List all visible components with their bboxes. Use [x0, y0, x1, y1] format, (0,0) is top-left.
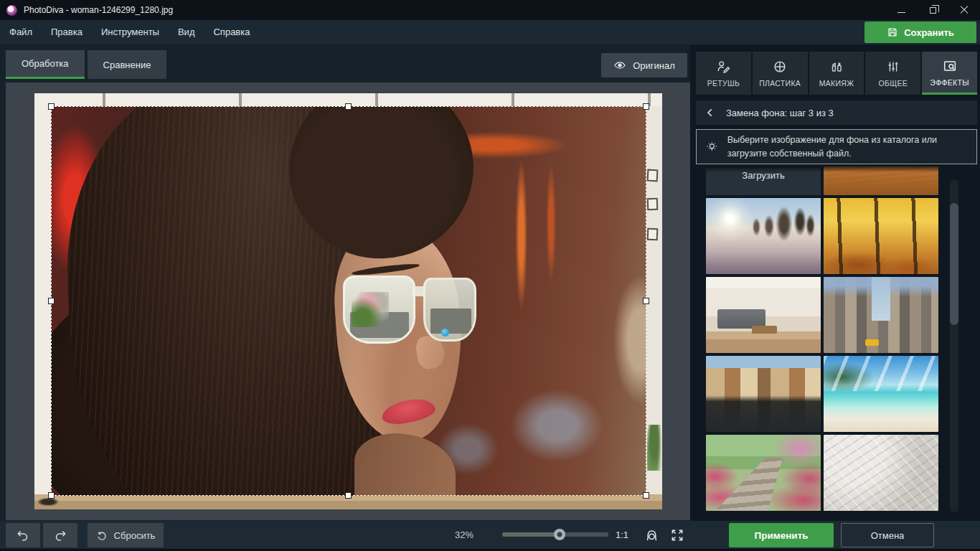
effects-icon	[942, 58, 958, 74]
retouch-icon	[715, 59, 731, 75]
zoom-slider[interactable]	[502, 530, 608, 540]
photodiva-logo-icon	[6, 5, 17, 16]
reset-icon	[96, 529, 108, 542]
bg-thumb-winter-road[interactable]	[706, 198, 821, 274]
save-button[interactable]: Сохранить	[864, 22, 976, 43]
tab-processing[interactable]: Обработка	[6, 50, 85, 79]
sunglasses-right-lens	[423, 278, 477, 342]
bg-thumb-autumn-forest[interactable]	[824, 198, 938, 274]
tab-general[interactable]: ОБЩЕЕ	[865, 52, 920, 95]
window-title: PhotoDiva - woman-1246299_1280.jpg	[24, 5, 173, 15]
menubar: Файл Правка Инструменты Вид Справка Сохр…	[0, 20, 980, 44]
reset-button-label: Сбросить	[114, 530, 156, 541]
adjust-icon	[885, 59, 901, 75]
makeup-icon	[829, 59, 844, 75]
reset-button[interactable]: Сбросить	[88, 523, 164, 547]
background-grid: Загрузить	[706, 166, 938, 511]
sunglasses	[343, 276, 477, 344]
floor-shoes	[38, 498, 58, 506]
tab-label: МАКИЯЖ	[819, 79, 854, 88]
menu-file[interactable]: Файл	[0, 20, 42, 44]
restore-button[interactable]	[917, 0, 948, 20]
bg-thumb-living-room[interactable]	[706, 277, 821, 353]
background-grid-viewport: Загрузить	[706, 166, 938, 511]
apply-button[interactable]: Применить	[729, 523, 834, 547]
restore-icon	[930, 7, 936, 14]
step-header: Замена фона: шаг 3 из 3	[696, 100, 977, 125]
tab-label: РЕТУШЬ	[707, 79, 740, 88]
bg-thumb-upload[interactable]: Загрузить	[706, 166, 821, 195]
fullscreen-icon	[670, 528, 684, 542]
bg-thumb-desert-dunes[interactable]	[824, 166, 938, 195]
tab-label: ОБЩЕЕ	[879, 79, 908, 88]
foreground-photo[interactable]	[51, 106, 646, 496]
face-icon	[644, 528, 659, 543]
cancel-button[interactable]: Отмена	[841, 523, 934, 547]
blue-earring	[441, 329, 449, 336]
lightbulb-icon	[705, 138, 719, 156]
redo-button[interactable]	[43, 523, 77, 547]
marquee-handle-bottom[interactable]	[345, 492, 352, 499]
menu-help[interactable]: Справка	[204, 20, 259, 44]
minimize-icon	[897, 12, 905, 13]
bg-thumb-flower-garden[interactable]	[706, 435, 821, 511]
close-button[interactable]	[948, 0, 980, 20]
menu-view[interactable]: Вид	[169, 20, 204, 44]
close-icon	[960, 6, 969, 14]
fullscreen-button[interactable]	[669, 527, 686, 544]
marquee-handle-top-right[interactable]	[643, 103, 649, 110]
floppy-icon	[887, 27, 898, 38]
undo-button[interactable]	[6, 523, 40, 547]
fit-to-face-button[interactable]	[643, 527, 660, 544]
scrollbar-thumb[interactable]	[950, 203, 958, 325]
canvas-area	[6, 83, 690, 520]
tab-label: ЭФФЕКТЫ	[930, 78, 969, 87]
zoom-level-value: 32%	[439, 521, 473, 549]
tab-effects[interactable]: ЭФФЕКТЫ	[922, 52, 977, 95]
tab-retouch[interactable]: РЕТУШЬ	[696, 52, 751, 95]
side-panel: РЕТУШЬ ПЛАСТИКА МАКИЯЖ ОБЩЕЕ ЭФФЕКТ	[690, 44, 980, 551]
new-background-image	[34, 93, 662, 509]
wall-picture-frame	[647, 169, 659, 182]
tab-label: ПЛАСТИКА	[759, 79, 801, 88]
minimize-button[interactable]	[885, 0, 917, 20]
marquee-handle-bottom-right[interactable]	[643, 492, 649, 499]
view-tabs: Обработка Сравнение	[6, 50, 166, 79]
wall-picture-frame	[647, 198, 659, 211]
bg-thumb-crumpled-paper[interactable]	[824, 435, 938, 511]
tab-comparison[interactable]: Сравнение	[88, 50, 167, 79]
bottom-toolbar: Сбросить 32% 1:1 Применить Отмена	[0, 521, 980, 549]
marquee-handle-left[interactable]	[48, 298, 55, 304]
upload-button-label: Загрузить	[742, 170, 784, 181]
back-chevron-icon[interactable]	[705, 107, 716, 118]
marquee-handle-top-left[interactable]	[48, 103, 55, 110]
actual-size-button[interactable]: 1:1	[616, 521, 628, 549]
tip-text: Выберите изображение для фона из каталог…	[727, 133, 969, 159]
undo-icon	[16, 528, 30, 542]
menu-tools[interactable]: Инструменты	[92, 20, 169, 44]
scrollbar-track[interactable]	[950, 179, 958, 512]
titlebar: PhotoDiva - woman-1246299_1280.jpg	[0, 0, 980, 20]
woman-neck	[354, 433, 456, 496]
marquee-handle-top[interactable]	[345, 103, 352, 110]
redo-icon	[53, 528, 67, 542]
liquify-icon	[772, 59, 788, 75]
tab-makeup[interactable]: МАКИЯЖ	[809, 52, 864, 95]
bg-thumb-tropical-beach[interactable]	[824, 356, 938, 432]
marquee-handle-bottom-left[interactable]	[48, 492, 55, 499]
eye-icon	[613, 59, 626, 72]
tip-box: Выберите изображение для фона из каталог…	[696, 129, 977, 164]
zoom-slider-fill	[502, 532, 560, 537]
wall-plant	[647, 425, 661, 471]
save-button-label: Сохранить	[904, 27, 954, 38]
menu-edit[interactable]: Правка	[42, 20, 92, 44]
panel-tabs: РЕТУШЬ ПЛАСТИКА МАКИЯЖ ОБЩЕЕ ЭФФЕКТ	[696, 52, 977, 95]
tab-liquify[interactable]: ПЛАСТИКА	[753, 52, 808, 95]
step-header-title: Замена фона: шаг 3 из 3	[726, 108, 834, 118]
bg-thumb-canal-town[interactable]	[706, 356, 821, 432]
zoom-slider-thumb[interactable]	[554, 529, 565, 540]
marquee-handle-right[interactable]	[643, 298, 649, 304]
sunglasses-left-lens	[343, 276, 415, 344]
bg-thumb-city-street[interactable]	[824, 277, 938, 353]
original-button[interactable]: Оригинал	[601, 53, 687, 77]
